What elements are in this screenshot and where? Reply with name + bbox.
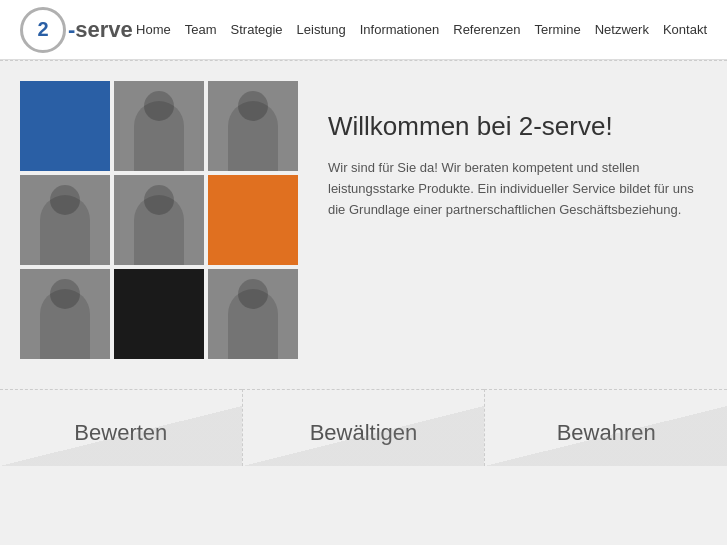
nav-item-termine[interactable]: Termine [534,22,580,37]
photo-cell-1 [20,81,110,171]
nav-item-informationen[interactable]: Informationen [360,22,440,37]
main-nav: HomeTeamStrategieLeistungInformationenRe… [136,22,707,37]
nav-item-kontakt[interactable]: Kontakt [663,22,707,37]
photo-cell-3 [208,81,298,171]
bottom-item-bewahren: Bewahren [484,389,727,466]
bottom-item-bewerten: Bewerten [0,389,242,466]
photo-cell-5 [114,175,204,265]
logo[interactable]: 2 -serve [20,7,133,53]
header: 2 -serve HomeTeamStrategieLeistungInform… [0,0,727,60]
photo-cell-6 [208,175,298,265]
logo-number: 2 [37,18,48,41]
photo-cell-8 [114,269,204,359]
bottom-item-title: Bewerten [20,420,222,446]
nav-item-team[interactable]: Team [185,22,217,37]
welcome-title: Willkommen bei 2-serve! [328,111,707,142]
bottom-item-title: Bewältigen [263,420,465,446]
photo-grid [20,81,298,359]
photo-cell-2 [114,81,204,171]
nav-item-leistung[interactable]: Leistung [297,22,346,37]
bottom-item-bewältigen: Bewältigen [242,389,485,466]
main-content: Willkommen bei 2-serve! Wir sind für Sie… [0,61,727,359]
photo-cell-7 [20,269,110,359]
nav-item-home[interactable]: Home [136,22,171,37]
photo-cell-9 [208,269,298,359]
logo-circle: 2 [20,7,66,53]
nav-item-netzwerk[interactable]: Netzwerk [595,22,649,37]
bottom-sections: BewertenBewältigenBewahren [0,389,727,466]
nav-item-strategie[interactable]: Strategie [231,22,283,37]
photo-cell-4 [20,175,110,265]
bottom-item-title: Bewahren [505,420,707,446]
welcome-body: Wir sind für Sie da! Wir beraten kompete… [328,158,707,220]
logo-text: -serve [68,17,133,43]
welcome-section: Willkommen bei 2-serve! Wir sind für Sie… [328,81,707,220]
nav-item-referenzen[interactable]: Referenzen [453,22,520,37]
